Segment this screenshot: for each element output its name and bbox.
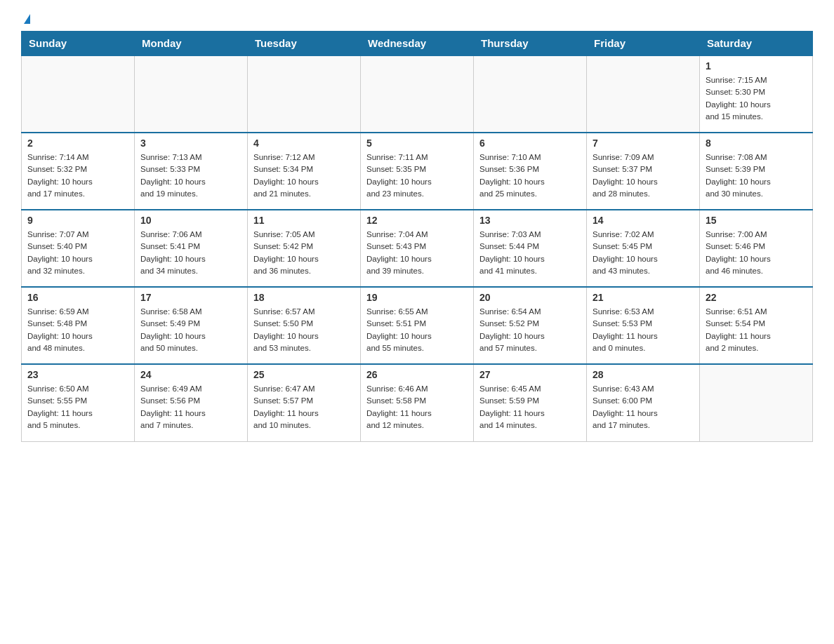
day-number: 9 — [27, 215, 128, 226]
day-info: Sunrise: 7:15 AMSunset: 5:30 PMDaylight:… — [706, 74, 807, 123]
calendar-week-row: 9Sunrise: 7:07 AMSunset: 5:40 PMDaylight… — [22, 210, 813, 287]
day-number: 16 — [27, 292, 128, 303]
calendar-cell: 1Sunrise: 7:15 AMSunset: 5:30 PMDaylight… — [700, 55, 813, 133]
calendar-cell — [361, 55, 474, 133]
day-info: Sunrise: 7:06 AMSunset: 5:41 PMDaylight:… — [140, 229, 241, 277]
day-info: Sunrise: 6:59 AMSunset: 5:48 PMDaylight:… — [27, 306, 128, 354]
calendar-cell: 17Sunrise: 6:58 AMSunset: 5:49 PMDayligh… — [135, 287, 248, 364]
day-number: 17 — [140, 292, 241, 303]
calendar-cell: 7Sunrise: 7:09 AMSunset: 5:37 PMDaylight… — [587, 133, 700, 210]
day-info: Sunrise: 7:04 AMSunset: 5:43 PMDaylight:… — [366, 229, 468, 277]
day-info: Sunrise: 6:51 AMSunset: 5:54 PMDaylight:… — [706, 306, 807, 354]
weekday-header-friday: Friday — [587, 32, 700, 56]
calendar-cell — [700, 364, 813, 441]
calendar-cell — [22, 55, 135, 133]
calendar-cell: 22Sunrise: 6:51 AMSunset: 5:54 PMDayligh… — [700, 287, 813, 364]
day-number: 18 — [253, 292, 355, 303]
day-number: 12 — [366, 215, 468, 226]
calendar-cell: 6Sunrise: 7:10 AMSunset: 5:36 PMDaylight… — [474, 133, 587, 210]
day-number: 15 — [706, 215, 807, 226]
calendar-cell — [587, 55, 700, 133]
calendar-cell: 24Sunrise: 6:49 AMSunset: 5:56 PMDayligh… — [135, 364, 248, 441]
weekday-header-sunday: Sunday — [22, 32, 135, 56]
day-info: Sunrise: 6:57 AMSunset: 5:50 PMDaylight:… — [253, 306, 355, 354]
day-info: Sunrise: 7:10 AMSunset: 5:36 PMDaylight:… — [479, 152, 581, 200]
day-number: 14 — [593, 215, 694, 226]
weekday-header-thursday: Thursday — [474, 32, 587, 56]
day-number: 27 — [479, 369, 581, 380]
weekday-header-tuesday: Tuesday — [248, 32, 361, 56]
calendar-cell: 8Sunrise: 7:08 AMSunset: 5:39 PMDaylight… — [700, 133, 813, 210]
day-info: Sunrise: 6:50 AMSunset: 5:55 PMDaylight:… — [27, 383, 128, 431]
calendar-cell: 15Sunrise: 7:00 AMSunset: 5:46 PMDayligh… — [700, 210, 813, 287]
calendar-cell: 27Sunrise: 6:45 AMSunset: 5:59 PMDayligh… — [474, 364, 587, 441]
weekday-header-saturday: Saturday — [700, 32, 813, 56]
calendar-week-row: 16Sunrise: 6:59 AMSunset: 5:48 PMDayligh… — [22, 287, 813, 364]
day-info: Sunrise: 6:46 AMSunset: 5:58 PMDaylight:… — [366, 383, 468, 431]
day-info: Sunrise: 7:11 AMSunset: 5:35 PMDaylight:… — [366, 152, 468, 200]
calendar-week-row: 23Sunrise: 6:50 AMSunset: 5:55 PMDayligh… — [22, 364, 813, 441]
day-number: 4 — [253, 137, 355, 149]
calendar-cell: 4Sunrise: 7:12 AMSunset: 5:34 PMDaylight… — [248, 133, 361, 210]
calendar-cell: 20Sunrise: 6:54 AMSunset: 5:52 PMDayligh… — [474, 287, 587, 364]
calendar-cell: 16Sunrise: 6:59 AMSunset: 5:48 PMDayligh… — [22, 287, 135, 364]
calendar-cell: 14Sunrise: 7:02 AMSunset: 5:45 PMDayligh… — [587, 210, 700, 287]
day-info: Sunrise: 6:49 AMSunset: 5:56 PMDaylight:… — [140, 383, 241, 431]
calendar-cell — [474, 55, 587, 133]
day-info: Sunrise: 7:05 AMSunset: 5:42 PMDaylight:… — [253, 229, 355, 277]
day-number: 3 — [140, 137, 241, 149]
day-number: 6 — [479, 137, 581, 149]
day-info: Sunrise: 6:43 AMSunset: 6:00 PMDaylight:… — [593, 383, 694, 431]
day-info: Sunrise: 6:58 AMSunset: 5:49 PMDaylight:… — [140, 306, 241, 354]
calendar-cell: 18Sunrise: 6:57 AMSunset: 5:50 PMDayligh… — [248, 287, 361, 364]
calendar-cell: 2Sunrise: 7:14 AMSunset: 5:32 PMDaylight… — [22, 133, 135, 210]
day-info: Sunrise: 7:14 AMSunset: 5:32 PMDaylight:… — [27, 152, 128, 200]
day-number: 5 — [366, 137, 468, 149]
calendar-cell: 9Sunrise: 7:07 AMSunset: 5:40 PMDaylight… — [22, 210, 135, 287]
day-info: Sunrise: 7:08 AMSunset: 5:39 PMDaylight:… — [706, 152, 807, 200]
logo — [21, 14, 30, 24]
day-info: Sunrise: 7:02 AMSunset: 5:45 PMDaylight:… — [593, 229, 694, 277]
day-info: Sunrise: 7:03 AMSunset: 5:44 PMDaylight:… — [479, 229, 581, 277]
weekday-header-monday: Monday — [135, 32, 248, 56]
calendar-cell: 21Sunrise: 6:53 AMSunset: 5:53 PMDayligh… — [587, 287, 700, 364]
day-number: 8 — [706, 137, 807, 149]
day-number: 26 — [366, 369, 468, 380]
calendar-cell: 10Sunrise: 7:06 AMSunset: 5:41 PMDayligh… — [135, 210, 248, 287]
calendar-cell: 11Sunrise: 7:05 AMSunset: 5:42 PMDayligh… — [248, 210, 361, 287]
calendar-cell: 28Sunrise: 6:43 AMSunset: 6:00 PMDayligh… — [587, 364, 700, 441]
day-info: Sunrise: 6:45 AMSunset: 5:59 PMDaylight:… — [479, 383, 581, 431]
day-number: 23 — [27, 369, 128, 380]
calendar-cell — [248, 55, 361, 133]
day-info: Sunrise: 6:53 AMSunset: 5:53 PMDaylight:… — [593, 306, 694, 354]
calendar-table: SundayMondayTuesdayWednesdayThursdayFrid… — [21, 31, 813, 442]
day-info: Sunrise: 7:12 AMSunset: 5:34 PMDaylight:… — [253, 152, 355, 200]
calendar-cell: 3Sunrise: 7:13 AMSunset: 5:33 PMDaylight… — [135, 133, 248, 210]
calendar-week-row: 2Sunrise: 7:14 AMSunset: 5:32 PMDaylight… — [22, 133, 813, 210]
day-number: 24 — [140, 369, 241, 380]
day-info: Sunrise: 7:13 AMSunset: 5:33 PMDaylight:… — [140, 152, 241, 200]
calendar-cell: 19Sunrise: 6:55 AMSunset: 5:51 PMDayligh… — [361, 287, 474, 364]
day-number: 22 — [706, 292, 807, 303]
weekday-header-wednesday: Wednesday — [361, 32, 474, 56]
day-number: 20 — [479, 292, 581, 303]
day-number: 7 — [593, 137, 694, 149]
day-info: Sunrise: 6:55 AMSunset: 5:51 PMDaylight:… — [366, 306, 468, 354]
day-number: 10 — [140, 215, 241, 226]
calendar-cell: 5Sunrise: 7:11 AMSunset: 5:35 PMDaylight… — [361, 133, 474, 210]
day-number: 25 — [253, 369, 355, 380]
day-info: Sunrise: 6:47 AMSunset: 5:57 PMDaylight:… — [253, 383, 355, 431]
calendar-cell: 23Sunrise: 6:50 AMSunset: 5:55 PMDayligh… — [22, 364, 135, 441]
day-number: 19 — [366, 292, 468, 303]
calendar-cell: 25Sunrise: 6:47 AMSunset: 5:57 PMDayligh… — [248, 364, 361, 441]
day-number: 13 — [479, 215, 581, 226]
day-info: Sunrise: 7:07 AMSunset: 5:40 PMDaylight:… — [27, 229, 128, 277]
day-info: Sunrise: 7:00 AMSunset: 5:46 PMDaylight:… — [706, 229, 807, 277]
calendar-cell: 26Sunrise: 6:46 AMSunset: 5:58 PMDayligh… — [361, 364, 474, 441]
calendar-cell — [135, 55, 248, 133]
calendar-cell: 12Sunrise: 7:04 AMSunset: 5:43 PMDayligh… — [361, 210, 474, 287]
weekday-header-row: SundayMondayTuesdayWednesdayThursdayFrid… — [22, 32, 813, 56]
day-number: 2 — [27, 137, 128, 149]
calendar-cell: 13Sunrise: 7:03 AMSunset: 5:44 PMDayligh… — [474, 210, 587, 287]
day-info: Sunrise: 6:54 AMSunset: 5:52 PMDaylight:… — [479, 306, 581, 354]
